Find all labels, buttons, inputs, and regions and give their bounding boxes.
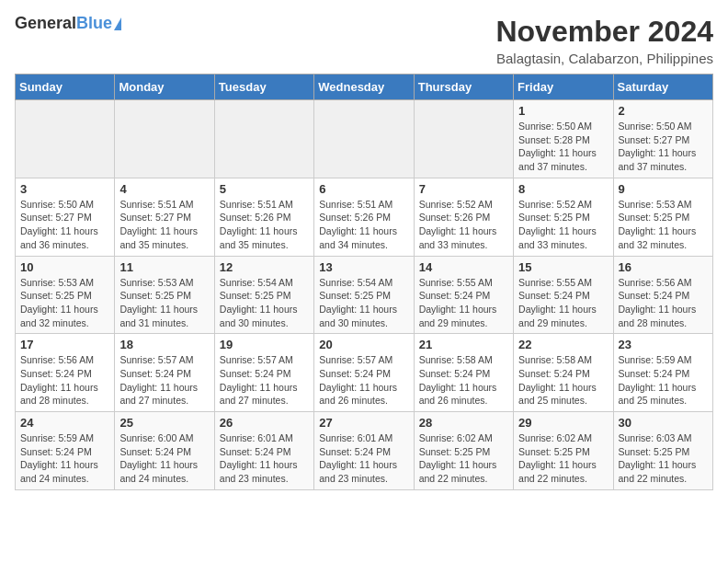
day-info: Sunrise: 6:03 AM Sunset: 5:25 PM Dayligh… [619, 431, 708, 486]
day-number: 21 [419, 338, 508, 351]
calendar-cell [16, 100, 115, 178]
calendar-cell: 9Sunrise: 5:53 AM Sunset: 5:25 PM Daylig… [613, 178, 712, 256]
calendar-cell: 19Sunrise: 5:57 AM Sunset: 5:24 PM Dayli… [214, 334, 313, 412]
calendar-cell: 14Sunrise: 5:55 AM Sunset: 5:24 PM Dayli… [414, 256, 513, 334]
day-info: Sunrise: 5:50 AM Sunset: 5:27 PM Dayligh… [20, 198, 109, 252]
calendar-cell: 15Sunrise: 5:55 AM Sunset: 5:24 PM Dayli… [514, 256, 613, 334]
day-number: 20 [319, 338, 408, 351]
calendar-cell: 17Sunrise: 5:56 AM Sunset: 5:24 PM Dayli… [16, 334, 115, 412]
calendar-week-row: 1Sunrise: 5:50 AM Sunset: 5:28 PM Daylig… [16, 100, 713, 178]
calendar-cell: 6Sunrise: 5:51 AM Sunset: 5:26 PM Daylig… [314, 178, 414, 256]
calendar-week-row: 10Sunrise: 5:53 AM Sunset: 5:25 PM Dayli… [16, 256, 713, 334]
day-number: 12 [220, 260, 309, 274]
day-info: Sunrise: 5:59 AM Sunset: 5:24 PM Dayligh… [619, 353, 708, 408]
calendar-cell: 27Sunrise: 6:01 AM Sunset: 5:24 PM Dayli… [314, 412, 414, 490]
calendar-cell [115, 100, 214, 178]
day-info: Sunrise: 6:02 AM Sunset: 5:25 PM Dayligh… [518, 431, 608, 486]
day-number: 5 [220, 182, 309, 196]
logo-triangle-icon [114, 17, 121, 30]
calendar-cell: 30Sunrise: 6:03 AM Sunset: 5:25 PM Dayli… [613, 412, 712, 490]
day-info: Sunrise: 5:54 AM Sunset: 5:25 PM Dayligh… [220, 276, 309, 330]
day-info: Sunrise: 6:01 AM Sunset: 5:24 PM Dayligh… [319, 431, 408, 486]
calendar-cell: 25Sunrise: 6:00 AM Sunset: 5:24 PM Dayli… [115, 412, 214, 490]
day-info: Sunrise: 5:58 AM Sunset: 5:24 PM Dayligh… [419, 353, 508, 408]
day-info: Sunrise: 5:53 AM Sunset: 5:25 PM Dayligh… [619, 198, 708, 252]
weekday-header-sunday: Sunday [16, 75, 115, 100]
calendar-cell: 7Sunrise: 5:52 AM Sunset: 5:26 PM Daylig… [414, 178, 513, 256]
day-number: 6 [319, 182, 408, 196]
day-number: 15 [518, 260, 608, 274]
day-number: 19 [220, 338, 309, 351]
day-info: Sunrise: 5:50 AM Sunset: 5:28 PM Dayligh… [518, 120, 608, 174]
weekday-header-tuesday: Tuesday [214, 75, 313, 100]
day-info: Sunrise: 5:55 AM Sunset: 5:24 PM Dayligh… [419, 276, 508, 330]
day-number: 1 [518, 104, 608, 118]
day-info: Sunrise: 5:57 AM Sunset: 5:24 PM Dayligh… [319, 353, 408, 408]
weekday-header-wednesday: Wednesday [314, 75, 414, 100]
calendar-week-row: 17Sunrise: 5:56 AM Sunset: 5:24 PM Dayli… [16, 334, 713, 412]
calendar-cell: 18Sunrise: 5:57 AM Sunset: 5:24 PM Dayli… [115, 334, 214, 412]
calendar-cell: 12Sunrise: 5:54 AM Sunset: 5:25 PM Dayli… [214, 256, 313, 334]
day-info: Sunrise: 5:51 AM Sunset: 5:26 PM Dayligh… [319, 198, 408, 252]
logo-general: GeneralBlue [15, 15, 112, 33]
calendar-cell: 4Sunrise: 5:51 AM Sunset: 5:27 PM Daylig… [115, 178, 214, 256]
day-number: 18 [119, 338, 209, 351]
calendar-header-row: SundayMondayTuesdayWednesdayThursdayFrid… [16, 75, 713, 100]
day-number: 29 [518, 416, 608, 430]
calendar-cell: 8Sunrise: 5:52 AM Sunset: 5:25 PM Daylig… [514, 178, 613, 256]
day-number: 24 [20, 416, 109, 430]
day-number: 10 [20, 260, 109, 274]
location-subtitle: Balagtasin, Calabarzon, Philippines [495, 51, 713, 66]
calendar-cell: 11Sunrise: 5:53 AM Sunset: 5:25 PM Dayli… [115, 256, 214, 334]
calendar-cell: 5Sunrise: 5:51 AM Sunset: 5:26 PM Daylig… [214, 178, 313, 256]
calendar-cell: 28Sunrise: 6:02 AM Sunset: 5:25 PM Dayli… [414, 412, 513, 490]
day-info: Sunrise: 5:54 AM Sunset: 5:25 PM Dayligh… [319, 276, 408, 330]
day-info: Sunrise: 5:57 AM Sunset: 5:24 PM Dayligh… [119, 353, 209, 408]
calendar-cell: 26Sunrise: 6:01 AM Sunset: 5:24 PM Dayli… [214, 412, 313, 490]
title-block: November 2024 Balagtasin, Calabarzon, Ph… [495, 15, 713, 66]
calendar-cell: 24Sunrise: 5:59 AM Sunset: 5:24 PM Dayli… [16, 412, 115, 490]
calendar-cell: 21Sunrise: 5:58 AM Sunset: 5:24 PM Dayli… [414, 334, 513, 412]
day-info: Sunrise: 5:52 AM Sunset: 5:25 PM Dayligh… [518, 198, 608, 252]
day-info: Sunrise: 6:01 AM Sunset: 5:24 PM Dayligh… [220, 431, 309, 486]
logo: GeneralBlue [15, 15, 121, 33]
day-info: Sunrise: 5:53 AM Sunset: 5:25 PM Dayligh… [20, 276, 109, 330]
calendar-cell [314, 100, 414, 178]
day-info: Sunrise: 5:56 AM Sunset: 5:24 PM Dayligh… [619, 276, 708, 330]
calendar-cell: 23Sunrise: 5:59 AM Sunset: 5:24 PM Dayli… [613, 334, 712, 412]
day-info: Sunrise: 5:50 AM Sunset: 5:27 PM Dayligh… [619, 120, 708, 174]
weekday-header-saturday: Saturday [613, 75, 712, 100]
calendar-cell: 13Sunrise: 5:54 AM Sunset: 5:25 PM Dayli… [314, 256, 414, 334]
day-info: Sunrise: 5:51 AM Sunset: 5:26 PM Dayligh… [220, 198, 309, 252]
calendar-cell [214, 100, 313, 178]
day-info: Sunrise: 5:52 AM Sunset: 5:26 PM Dayligh… [419, 198, 508, 252]
calendar-week-row: 24Sunrise: 5:59 AM Sunset: 5:24 PM Dayli… [16, 412, 713, 490]
day-info: Sunrise: 5:55 AM Sunset: 5:24 PM Dayligh… [518, 276, 608, 330]
day-number: 25 [119, 416, 209, 430]
calendar-cell: 10Sunrise: 5:53 AM Sunset: 5:25 PM Dayli… [16, 256, 115, 334]
calendar-cell: 20Sunrise: 5:57 AM Sunset: 5:24 PM Dayli… [314, 334, 414, 412]
day-info: Sunrise: 5:58 AM Sunset: 5:24 PM Dayligh… [518, 353, 608, 408]
day-info: Sunrise: 5:59 AM Sunset: 5:24 PM Dayligh… [20, 431, 109, 486]
calendar-cell: 16Sunrise: 5:56 AM Sunset: 5:24 PM Dayli… [613, 256, 712, 334]
calendar-table: SundayMondayTuesdayWednesdayThursdayFrid… [15, 74, 713, 490]
day-number: 17 [20, 338, 109, 351]
calendar-cell: 29Sunrise: 6:02 AM Sunset: 5:25 PM Dayli… [514, 412, 613, 490]
calendar-cell: 3Sunrise: 5:50 AM Sunset: 5:27 PM Daylig… [16, 178, 115, 256]
calendar-cell [414, 100, 513, 178]
day-number: 13 [319, 260, 408, 274]
day-number: 22 [518, 338, 608, 351]
calendar-cell: 2Sunrise: 5:50 AM Sunset: 5:27 PM Daylig… [613, 100, 712, 178]
calendar-cell: 1Sunrise: 5:50 AM Sunset: 5:28 PM Daylig… [514, 100, 613, 178]
calendar-cell: 22Sunrise: 5:58 AM Sunset: 5:24 PM Dayli… [514, 334, 613, 412]
day-info: Sunrise: 5:53 AM Sunset: 5:25 PM Dayligh… [119, 276, 209, 330]
day-number: 27 [319, 416, 408, 430]
day-number: 4 [119, 182, 209, 196]
day-number: 28 [419, 416, 508, 430]
day-info: Sunrise: 6:00 AM Sunset: 5:24 PM Dayligh… [119, 431, 209, 486]
day-number: 16 [619, 260, 708, 274]
weekday-header-thursday: Thursday [414, 75, 513, 100]
page-header: GeneralBlue November 2024 Balagtasin, Ca… [15, 15, 713, 66]
day-number: 8 [518, 182, 608, 196]
weekday-header-monday: Monday [115, 75, 214, 100]
